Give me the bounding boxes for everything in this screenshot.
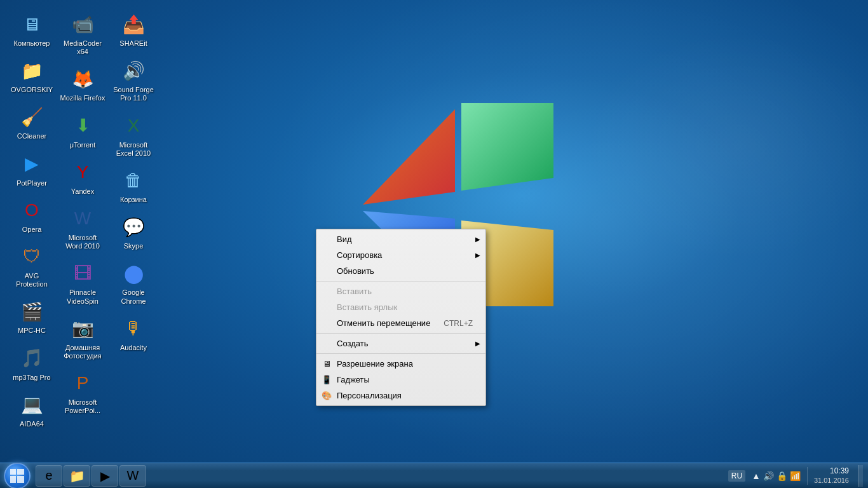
tray-volume-icon[interactable]: 🔊	[763, 471, 774, 481]
submenu-arrow-vid: ▶	[475, 236, 480, 243]
submenu-arrow-sort: ▶	[475, 252, 480, 259]
icon-image-potplayer: ▶	[19, 151, 44, 177]
clock-date: 31.01.2016	[814, 476, 849, 485]
icon-image-soundforge: 🔊	[121, 58, 146, 83]
icon-label-utorrent: μTorrent	[70, 141, 96, 149]
menu-label-personalize: Персонализация	[337, 391, 402, 400]
icon-label-potplayer: PotPlayer	[17, 179, 47, 187]
desktop-icon-powerpoint[interactable]: P Microsoft PowerPoi...	[57, 365, 108, 420]
clock-area[interactable]: 10:39 31.01.2016	[810, 466, 853, 485]
taskbar-app-media[interactable]: ▶	[92, 465, 118, 487]
menu-icon-screen_res: 🖥	[320, 358, 333, 370]
icon-label-aida64: AIDA64	[20, 420, 44, 428]
desktop-icon-audacity[interactable]: 🎙 Audacity	[108, 311, 159, 357]
menu-item-screen_res[interactable]: 🖥Разрешение экрана	[316, 356, 485, 372]
icon-image-word2010: W	[70, 206, 95, 231]
taskbar-app-ie[interactable]: e	[36, 465, 62, 487]
desktop-icon-avg[interactable]: 🛡 AVG Protection	[6, 239, 57, 294]
icon-image-skype: 💬	[121, 214, 146, 240]
language-indicator[interactable]: RU	[728, 470, 745, 482]
taskbar-apps: e📁▶W	[34, 463, 147, 488]
desktop-icon-soundforge[interactable]: 🔊 Sound Forge Pro 11.0	[108, 53, 159, 107]
icon-image-avg: 🛡	[19, 244, 44, 269]
desktop-icon-skype[interactable]: 💬 Skype	[108, 209, 159, 255]
menu-icon-personalize: 🎨	[320, 390, 333, 402]
icon-image-opera: O	[19, 198, 44, 223]
desktop-icon-mpchc[interactable]: 🎬 MPC-HC	[6, 294, 57, 340]
icon-label-chrome: Google Chrome	[111, 288, 156, 305]
icon-label-shareit: SHAREit	[119, 39, 147, 48]
desktop-icon-pinnacle[interactable]: 🎞 Pinnacle VideoSpin	[57, 255, 108, 310]
desktop-icon-utorrent[interactable]: ⬇ μTorrent	[57, 108, 108, 154]
icon-image-firefox: 🦊	[70, 66, 95, 92]
menu-item-refresh[interactable]: Обновить	[316, 263, 485, 279]
icon-image-excel2010: X	[121, 113, 146, 139]
desktop-icon-aida64[interactable]: 💻 AIDA64	[6, 387, 57, 433]
icon-label-soundforge: Sound Forge Pro 11.0	[111, 86, 156, 102]
icon-image-utorrent: ⬇	[70, 113, 95, 139]
menu-separator-sep2	[316, 333, 485, 334]
desktop-icon-excel2010[interactable]: X Microsoft Excel 2010	[108, 108, 159, 163]
icon-image-computer: 🖥	[19, 11, 44, 37]
desktop-icon-opera[interactable]: O Opera	[6, 193, 57, 239]
icon-label-ccleaner: CCleaner	[17, 132, 46, 140]
icon-label-word2010: Microsoft Word 2010	[60, 234, 105, 250]
taskbar-right: RU ▲ 🔊 🔒 📶 10:39 31.01.2016	[728, 465, 868, 487]
menu-item-create[interactable]: Создать▶	[316, 336, 485, 351]
desktop-icon-ccleaner[interactable]: 🧹 CCleaner	[6, 99, 57, 146]
clock-time: 10:39	[830, 466, 849, 477]
menu-separator-sep1	[316, 281, 485, 281]
desktop-icon-firefox[interactable]: 🦊 Mozilla Firefox	[57, 61, 108, 107]
icon-image-korzina: 🗑	[121, 168, 146, 193]
start-button[interactable]	[0, 463, 34, 489]
icon-label-mp3tag: mp3Tag Pro	[13, 374, 50, 382]
desktop-icon-computer[interactable]: 🖥 Компьютер	[6, 6, 57, 53]
system-tray: ▲ 🔊 🔒 📶	[748, 471, 804, 481]
start-orb[interactable]	[4, 463, 31, 489]
icon-image-yandex: Y	[70, 159, 95, 185]
menu-item-vid[interactable]: Вид▶	[316, 231, 485, 247]
menu-item-sort[interactable]: Сортировка▶	[316, 247, 485, 263]
icon-image-domfoto: 📷	[70, 316, 95, 341]
icon-image-chrome: ⬤	[121, 261, 146, 286]
menu-label-sort: Сортировка	[337, 250, 382, 260]
icon-label-powerpoint: Microsoft PowerPoi...	[60, 398, 105, 415]
desktop-icon-shareit[interactable]: 📤 SHAREit	[108, 6, 159, 53]
icon-image-mediacoder: 📹	[70, 11, 95, 37]
menu-label-paste: Вставить	[337, 287, 372, 296]
tray-network-icon[interactable]: 🔒	[776, 471, 787, 481]
icon-label-skype: Skype	[124, 242, 144, 250]
icon-image-shareit: 📤	[121, 11, 146, 37]
icon-label-firefox: Mozilla Firefox	[60, 94, 105, 102]
desktop-icon-mediacoder[interactable]: 📹 MediaCoder x64	[57, 6, 108, 61]
desktop-icon-domfoto[interactable]: 📷 Домашняя Фотостудия	[57, 311, 108, 365]
desktop-icon-potplayer[interactable]: ▶ PotPlayer	[6, 146, 57, 193]
icon-label-ovgorskiy: OVGORSKIY	[11, 86, 53, 94]
desktop-icon-chrome[interactable]: ⬤ Google Chrome	[108, 255, 159, 310]
taskbar-app-explorer[interactable]: 📁	[64, 465, 90, 487]
desktop-icon-yandex[interactable]: Y Yandex	[57, 154, 108, 201]
tray-expand-icon[interactable]: ▲	[752, 471, 761, 481]
desktop-icon-mp3tag[interactable]: 🎵 mp3Tag Pro	[6, 341, 57, 387]
menu-label-undo_move: Отменить перемещение	[337, 318, 430, 328]
menu-item-gadgets[interactable]: 📱Гаджеты	[316, 372, 485, 388]
menu-label-create: Создать	[337, 339, 368, 348]
tray-signal-icon[interactable]: 📶	[790, 471, 801, 481]
icon-label-mediacoder: MediaCoder x64	[60, 39, 105, 56]
menu-label-vid: Вид	[337, 234, 352, 244]
menu-item-personalize[interactable]: 🎨Персонализация	[316, 388, 485, 403]
submenu-arrow-create: ▶	[475, 340, 480, 347]
menu-item-undo_move[interactable]: Отменить перемещениеCTRL+Z	[316, 315, 485, 331]
taskbar-app-word[interactable]: W	[119, 465, 146, 487]
icon-label-opera: Opera	[22, 226, 42, 234]
show-desktop-button[interactable]	[858, 465, 863, 487]
desktop-icon-korzina[interactable]: 🗑 Корзина	[108, 163, 159, 209]
menu-item-paste_shortcut: Вставить ярлык	[316, 299, 485, 315]
icon-label-mpchc: MPC-HC	[18, 327, 46, 335]
icon-image-ccleaner: 🧹	[19, 104, 44, 130]
icon-label-yandex: Yandex	[71, 187, 95, 196]
icon-label-computer: Компьютер	[14, 39, 50, 48]
desktop-icon-word2010[interactable]: W Microsoft Word 2010	[57, 201, 108, 255]
desktop-icon-ovgorskiy[interactable]: 📁 OVGORSKIY	[6, 53, 57, 99]
desktop-icons: 🖥 Компьютер 📁 OVGORSKIY 🧹 CCleaner ▶ Pot…	[6, 6, 159, 451]
